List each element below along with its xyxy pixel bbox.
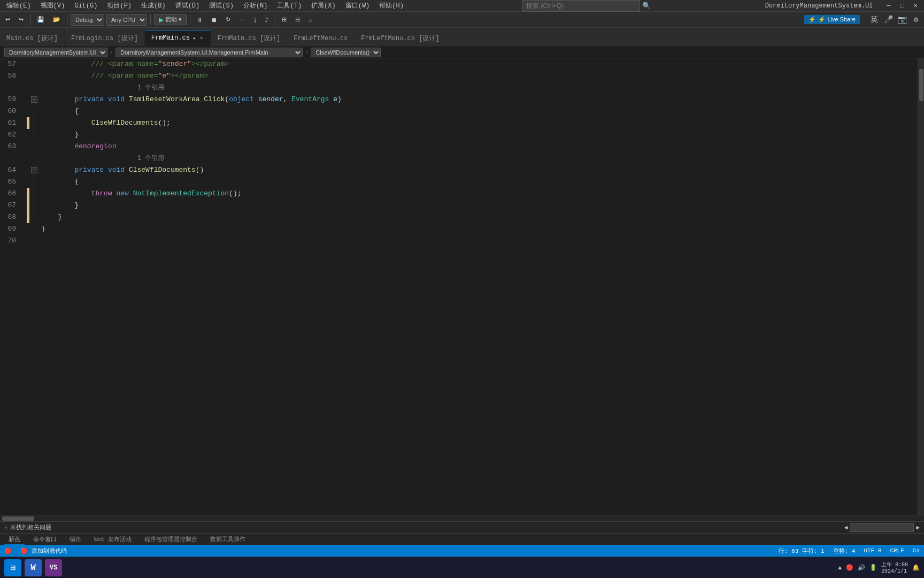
menu-item-debug[interactable]: 调试(D) <box>171 0 204 11</box>
line-ending-status[interactable]: CRLF <box>890 547 904 554</box>
menu-item-test[interactable]: 测试(S) <box>205 0 238 11</box>
input-method-icon[interactable]: 英 <box>868 14 880 26</box>
source-control-text[interactable]: 🔴 添加到源代码 <box>20 547 67 555</box>
window-maximize[interactable]: □ <box>896 1 908 11</box>
live-share-button[interactable]: ⚡ ⚡ Live Share <box>804 15 860 24</box>
panel-tab-command[interactable]: 命令窗口 <box>29 534 61 544</box>
tray-notifications[interactable]: 🔔 <box>912 564 920 571</box>
breadcrumb-project-select[interactable]: DormitoryManagementSystem.UI <box>4 48 107 57</box>
toolbar-btn-8[interactable]: ⊟ <box>292 15 303 24</box>
status-input-field[interactable] <box>850 523 914 532</box>
position-status: 行: 63 字符: 1 <box>779 547 825 555</box>
menu-item-analyze[interactable]: 分析(N) <box>239 0 272 11</box>
code-line-58: /// <param name="e"></param> <box>41 70 918 82</box>
breadcrumb-bar: DormitoryManagementSystem.UI › Dormitory… <box>0 47 924 58</box>
menu-item-window[interactable]: 窗口(W) <box>341 0 374 11</box>
run-button[interactable]: ▶ 启动 ▾ <box>154 14 187 25</box>
menu-item-help[interactable]: 帮助(H) <box>375 0 408 11</box>
bottom-nav-left[interactable]: ◀ <box>844 524 848 531</box>
toolbar-btn-1[interactable]: ⏸ <box>194 16 206 24</box>
panel-tab-packagemanager[interactable]: 程序包管理器控制台 <box>140 534 202 544</box>
taskbar: ⊞ W VS ▲ 🔴 🔊 🔋 上午 8:002024/1/1 🔔 <box>0 557 924 578</box>
panel-tab-output[interactable]: 编出 <box>65 534 86 544</box>
tab-frmlogin-label: FrmLogin.cs [设计] <box>71 34 138 43</box>
code-line-57: /// <param name="sender"></param> <box>41 58 918 70</box>
panel-tab-webpublish[interactable]: Web 发布活动 <box>90 534 136 544</box>
tab-frmleftmenu-design[interactable]: FrmLeftMenu.cs [设计] <box>355 30 446 46</box>
bottom-nav-right[interactable]: ▶ <box>916 524 920 531</box>
project-name: DormitoryManagementSystem.UI <box>765 2 873 10</box>
panel-tab-xinclicks[interactable]: 新点 <box>4 534 25 545</box>
toolbar-btn-6[interactable]: ⤴ <box>262 16 272 24</box>
undo-button[interactable]: ↩ <box>2 15 13 24</box>
code-line-68: } <box>41 211 918 223</box>
taskbar-vs-btn[interactable]: VS <box>45 559 62 576</box>
window-minimize[interactable]: — <box>882 1 895 11</box>
breadcrumb-member-select[interactable]: ClseWflDocuments() <box>311 48 381 57</box>
source-control-icon[interactable]: 🔴 <box>4 547 12 554</box>
platform-select[interactable]: Any CPU <box>106 14 147 26</box>
code-line-70 <box>41 235 918 247</box>
settings-icon[interactable]: ⚙ <box>910 14 922 26</box>
taskbar-word-btn[interactable]: W <box>25 559 42 576</box>
menu-item-edit[interactable]: 编辑(E) <box>2 0 35 11</box>
menu-item-extensions[interactable]: 扩展(X) <box>307 0 340 11</box>
ref-hint-1-text: 1 个引用 <box>137 82 164 94</box>
tray-network-icon[interactable]: 🔴 <box>846 564 853 571</box>
code-line-61: ClseWflDocuments(); <box>41 117 918 129</box>
tab-frmleftmenu[interactable]: FrmLeftMenu.cs <box>287 30 355 46</box>
language-status[interactable]: C# <box>913 547 920 554</box>
vertical-scrollbar[interactable] <box>918 58 924 515</box>
menu-item-git[interactable]: Git(G) <box>70 1 102 11</box>
menu-item-tools[interactable]: 工具(T) <box>273 0 306 11</box>
save-button[interactable]: 💾 <box>34 15 48 24</box>
horizontal-scrollbar[interactable] <box>0 515 924 521</box>
tab-close-frmmain[interactable]: ✕ <box>199 34 204 42</box>
mic-icon[interactable]: 🎤 <box>882 14 894 26</box>
cam-icon[interactable]: 📷 <box>896 14 908 26</box>
search-input[interactable] <box>522 0 640 12</box>
tray-speaker-icon[interactable]: 🔊 <box>858 564 865 571</box>
status-bar: 🔴 🔴 添加到源代码 行: 63 字符: 1 空格: 4 UTF-8 CRLF … <box>0 545 924 557</box>
menu-bar: 编辑(E) 视图(V) Git(G) 项目(P) 生成(B) 调试(D) 测试(… <box>0 0 924 12</box>
system-tray: ▲ 🔴 🔊 🔋 上午 8:002024/1/1 🔔 <box>838 561 920 574</box>
tab-frmmain-design[interactable]: FrmMain.cs [设计] <box>211 30 288 46</box>
window-close[interactable]: ✕ <box>910 1 922 11</box>
collapse-64[interactable]: − <box>31 167 37 173</box>
run-dropdown-icon: ▾ <box>179 16 182 23</box>
code-content-area[interactable]: /// <param name="sender"></param> /// <p… <box>39 58 918 515</box>
tray-arrow[interactable]: ▲ <box>838 565 842 571</box>
redo-button[interactable]: ↪ <box>16 15 27 24</box>
tab-main-design-label: Main.cs [设计] <box>6 34 58 43</box>
menu-item-view[interactable]: 视图(V) <box>36 0 70 11</box>
toolbar-btn-4[interactable]: → <box>236 16 248 24</box>
tab-main-design[interactable]: Main.cs [设计] <box>0 30 65 46</box>
toolbar-btn-7[interactable]: ⊞ <box>279 15 290 24</box>
open-button[interactable]: 📂 <box>50 15 64 24</box>
tab-frmlogin-design[interactable]: FrmLogin.cs [设计] <box>65 30 145 46</box>
toolbar-btn-9[interactable]: ≡ <box>305 16 315 24</box>
breadcrumb-namespace-select[interactable]: DormitoryManagementSystem.UI.Management.… <box>116 48 303 57</box>
tab-frmmain-cs[interactable]: FrmMain.cs ● ✕ <box>145 30 211 46</box>
toolbar-btn-3[interactable]: ↻ <box>222 15 234 24</box>
play-icon: ▶ <box>159 16 164 24</box>
tab-frmleftmenu-design-label: FrmLeftMenu.cs [设计] <box>361 34 439 43</box>
debug-mode-select[interactable]: Debug <box>71 14 104 26</box>
encoding-status[interactable]: UTF-8 <box>864 547 881 554</box>
code-line-65: { <box>41 176 918 188</box>
bottom-status-input: ⚠ 未找到相关问题 ◀ ▶ <box>0 521 924 533</box>
code-line-67: } <box>41 200 918 211</box>
menu-item-project[interactable]: 项目(P) <box>103 0 136 11</box>
code-line-63: #endregion <box>41 141 918 153</box>
code-line-62: } <box>41 129 918 141</box>
live-share-label: ⚡ Live Share <box>818 16 856 23</box>
line-numbers-column: 57 58 · 59 60 61 62 63 · 64 65 66 67 68 … <box>0 58 27 515</box>
panel-tab-datatools[interactable]: 数据工具操作 <box>206 534 250 544</box>
windows-start-btn[interactable]: ⊞ <box>4 559 21 576</box>
editor-scroll[interactable]: 57 58 · 59 60 61 62 63 · 64 65 66 67 68 … <box>0 58 918 515</box>
menu-item-build[interactable]: 生成(B) <box>137 0 170 11</box>
ref-hint-row-1: 1 个引用 <box>41 82 918 94</box>
toolbar-btn-2[interactable]: ⏹ <box>208 16 220 24</box>
toolbar-btn-5[interactable]: ⤵ <box>250 16 260 24</box>
collapse-59[interactable]: − <box>31 96 37 103</box>
